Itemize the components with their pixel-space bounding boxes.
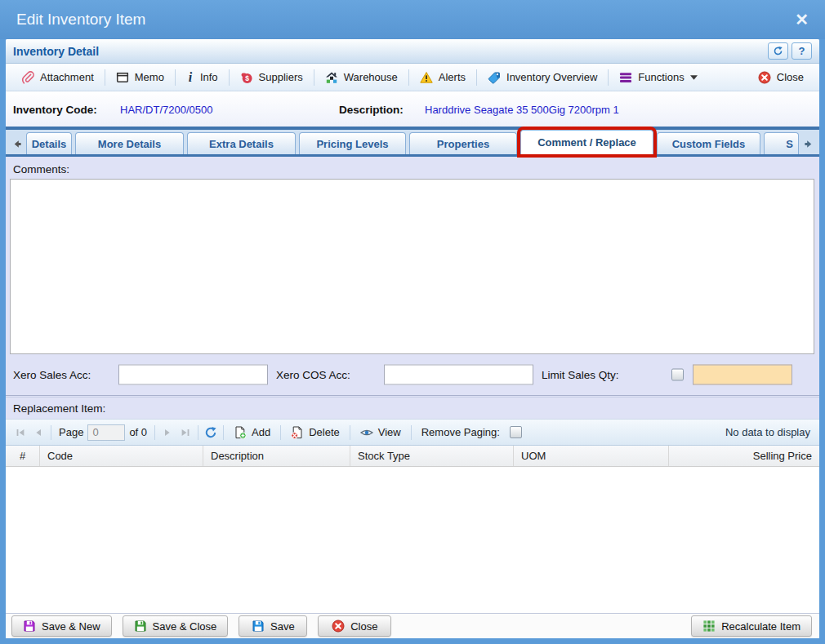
replacement-pager-toolbar: Page of 0 <box>6 419 819 446</box>
window-close-icon[interactable]: ✕ <box>795 10 809 29</box>
page-number-input[interactable] <box>87 424 125 441</box>
alert-triangle-icon <box>420 71 433 84</box>
tab-truncated[interactable]: S <box>764 132 799 154</box>
attachment-button[interactable]: Attachment <box>12 67 103 88</box>
recalculate-item-button[interactable]: Recalculate Item <box>691 615 812 637</box>
tab-scroll-left-button[interactable] <box>8 133 25 154</box>
remove-paging-label: Remove Paging: <box>421 426 500 438</box>
paperclip-icon <box>21 71 34 84</box>
suppliers-label: Suppliers <box>259 71 303 83</box>
pager-separator <box>411 425 412 440</box>
toolbar-separator <box>476 69 477 86</box>
hamburger-icon <box>619 71 632 84</box>
footer-close-button[interactable]: Close <box>318 615 391 637</box>
save-and-new-label: Save & New <box>42 620 100 633</box>
warehouse-label: Warehouse <box>344 71 398 83</box>
tab-details-label: Details <box>32 138 67 150</box>
save-and-close-button[interactable]: Save & Close <box>123 615 229 637</box>
tab-custom-fields[interactable]: Custom Fields <box>657 132 760 154</box>
save-button[interactable]: Save <box>239 615 307 637</box>
memo-label: Memo <box>135 71 164 83</box>
tab-more-details[interactable]: More Details <box>75 132 184 154</box>
description-value: Harddrive Seagate 35 500Gig 7200rpm 1 <box>425 103 619 115</box>
pager-refresh-button[interactable] <box>202 424 220 442</box>
tab-pricing-levels-label: Pricing Levels <box>316 138 388 150</box>
toolbar-close-button[interactable]: Close <box>749 67 813 88</box>
tab-scroll-right-button[interactable] <box>800 133 817 154</box>
alerts-button[interactable]: Alerts <box>411 67 475 88</box>
xero-cos-acc-input[interactable] <box>384 365 533 385</box>
tab-comment-replace-label: Comment / Replace <box>537 136 636 149</box>
recalculate-icon <box>702 620 716 633</box>
inventory-detail-panel: Inventory Detail ? Attachment <box>6 39 819 638</box>
remove-paging-field: Remove Paging: <box>415 426 528 438</box>
column-header-code[interactable]: Code <box>40 446 203 466</box>
tab-more-details-label: More Details <box>98 138 161 150</box>
comments-textarea[interactable] <box>10 179 814 354</box>
toolbar-separator <box>314 69 314 86</box>
info-button[interactable]: i Info <box>177 67 227 88</box>
prev-page-button[interactable] <box>29 424 47 442</box>
add-page-icon <box>234 426 247 439</box>
tab-comment-replace[interactable]: Comment / Replace <box>520 130 653 154</box>
window-title: Edit Inventory Item <box>16 11 145 29</box>
tab-strip: Details More Details Extra Details Prici… <box>6 127 819 157</box>
tab-extra-details[interactable]: Extra Details <box>187 132 296 154</box>
save-label: Save <box>270 620 295 633</box>
inventory-overview-button[interactable]: Inventory Overview <box>479 67 606 88</box>
xero-cos-acc-label: Xero COS Acc: <box>276 369 350 381</box>
column-header-selling-price[interactable]: Selling Price <box>669 446 819 466</box>
pager-separator <box>154 425 155 440</box>
floppy-green-icon <box>134 620 147 633</box>
memo-button[interactable]: Memo <box>107 67 173 88</box>
chevron-down-icon <box>690 75 698 80</box>
column-header-uom[interactable]: UOM <box>514 446 669 466</box>
footer-button-bar: Save & New Save & Close Save <box>6 613 819 638</box>
record-info-row: Inventory Code: HAR/DT/7200/0500 Descrip… <box>6 91 819 127</box>
add-label: Add <box>252 426 270 438</box>
refresh-button[interactable] <box>768 42 788 60</box>
tab-details[interactable]: Details <box>26 132 72 154</box>
pager-status-text: No data to display <box>725 426 814 438</box>
remove-paging-checkbox[interactable] <box>510 426 522 438</box>
warehouse-button[interactable]: Warehouse <box>316 67 407 88</box>
info-label: Info <box>200 71 218 83</box>
pager-separator <box>51 425 51 440</box>
xero-sales-acc-input[interactable] <box>118 365 268 385</box>
functions-menu-button[interactable]: Functions <box>610 67 706 88</box>
first-page-button[interactable] <box>11 424 29 442</box>
tag-icon <box>488 71 501 84</box>
save-and-new-button[interactable]: Save & New <box>11 615 112 637</box>
delete-page-icon <box>291 426 304 439</box>
column-header-description[interactable]: Description <box>203 446 350 466</box>
prev-page-icon <box>33 428 43 437</box>
view-button[interactable]: View <box>354 426 408 439</box>
next-page-button[interactable] <box>158 424 176 442</box>
tab-pricing-levels[interactable]: Pricing Levels <box>299 132 406 154</box>
memo-icon <box>116 71 129 84</box>
tab-custom-fields-label: Custom Fields <box>672 138 746 150</box>
attachment-label: Attachment <box>40 71 94 83</box>
footer-close-label: Close <box>350 620 377 633</box>
replacement-item-label: Replacement Item: <box>6 398 819 419</box>
limit-sales-qty-checkbox[interactable] <box>671 369 684 381</box>
xero-fields-row: Xero Sales Acc: Xero COS Acc: Limit Sale… <box>6 354 819 395</box>
column-header-stock-type[interactable]: Stock Type <box>350 446 514 466</box>
tab-properties[interactable]: Properties <box>409 132 517 154</box>
replacement-grid-body <box>6 467 819 613</box>
suppliers-button[interactable]: $ Suppliers <box>231 67 312 88</box>
functions-label: Functions <box>638 71 684 83</box>
window-titlebar: Edit Inventory Item ✕ <box>0 0 825 39</box>
toolbar-separator <box>175 69 176 86</box>
arrow-right-icon <box>804 139 814 149</box>
last-page-button[interactable] <box>176 424 194 442</box>
help-button[interactable]: ? <box>792 42 812 60</box>
add-button[interactable]: Add <box>227 426 277 439</box>
next-page-icon <box>163 428 172 437</box>
refresh-icon <box>204 426 217 439</box>
delete-button[interactable]: Delete <box>284 426 346 439</box>
limit-sales-qty-input[interactable] <box>693 365 792 385</box>
toolbar: Attachment Memo i Info $ Suppliers <box>6 64 819 91</box>
column-header-number[interactable]: # <box>6 446 40 466</box>
inventory-overview-label: Inventory Overview <box>506 71 597 83</box>
